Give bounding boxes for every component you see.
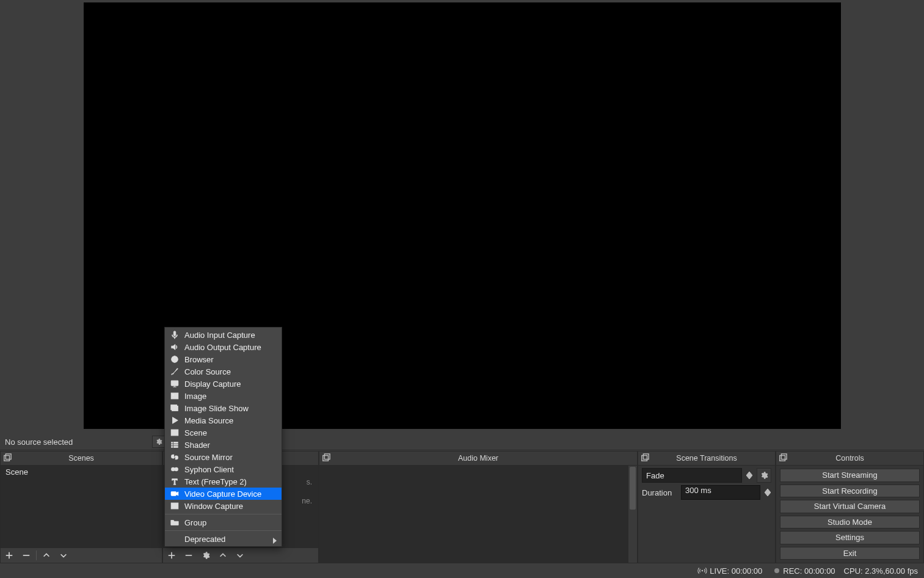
preview-area — [0, 0, 924, 429]
blank-icon — [170, 534, 180, 544]
svg-point-14 — [173, 394, 174, 395]
record-dot-icon — [774, 568, 779, 573]
scenes-footer — [1, 547, 162, 563]
menu-item-label: Audio Output Capture — [184, 343, 261, 352]
slides-icon — [170, 403, 180, 413]
duration-input[interactable]: 300 ms — [681, 485, 760, 500]
mixer-header[interactable]: Audio Mixer — [319, 452, 637, 466]
menu-item-video-capture-device[interactable]: Video Capture Device — [165, 488, 282, 500]
scenes-title: Scenes — [1, 454, 162, 463]
add-scene-button[interactable] — [1, 548, 18, 563]
menu-item-label: Scene — [184, 428, 207, 437]
menu-item-label: Syphon Client — [184, 465, 234, 474]
transition-selected: Fade — [646, 471, 664, 480]
exit-button[interactable]: Exit — [780, 547, 920, 560]
menu-item-text-freetype-2-[interactable]: Text (FreeType 2) — [165, 475, 282, 488]
scroll-thumb[interactable] — [630, 467, 636, 510]
source-toolbar: No source selected Prope — [0, 434, 924, 450]
transition-settings-button[interactable] — [757, 468, 771, 483]
add-source-button[interactable] — [163, 548, 180, 563]
menu-item-label: Color Source — [184, 367, 231, 376]
play-icon — [170, 415, 180, 425]
source-settings-button[interactable] — [197, 548, 214, 563]
status-rec: REC: 00:00:00 — [771, 566, 835, 576]
menu-item-label: Group — [184, 518, 206, 527]
menu-item-label: Media Source — [184, 416, 233, 425]
controls-header[interactable]: Controls — [776, 452, 923, 466]
menu-item-color-source[interactable]: Color Source — [165, 365, 282, 378]
window-icon — [170, 501, 180, 511]
menu-item-syphon-client[interactable]: Syphon Client — [165, 463, 282, 475]
menu-separator — [165, 514, 282, 514]
mixer-title: Audio Mixer — [319, 454, 637, 463]
gear-icon — [155, 438, 162, 445]
scenes-list[interactable]: Scene — [1, 466, 162, 547]
mixer-scrollbar[interactable] — [628, 466, 637, 563]
link-icon — [170, 452, 180, 462]
menu-item-image-slide-show[interactable]: Image Slide Show — [165, 402, 282, 414]
svg-rect-8 — [780, 456, 785, 461]
display-icon — [170, 379, 180, 389]
speaker-icon — [170, 342, 180, 352]
start-recording-button[interactable]: Start Recording — [780, 485, 920, 498]
svg-rect-18 — [172, 442, 173, 444]
separator — [36, 551, 37, 560]
controls-dock: Controls Start Streaming Start Recording… — [776, 451, 924, 563]
duration-stepper[interactable] — [764, 489, 771, 496]
menu-item-label: Browser — [184, 355, 214, 364]
transitions-header[interactable]: Scene Transitions — [638, 452, 775, 466]
sources-footer — [163, 547, 318, 563]
svg-rect-0 — [4, 456, 10, 461]
transition-select[interactable]: Fade — [642, 468, 742, 483]
remove-scene-button[interactable] — [18, 548, 35, 563]
svg-rect-1 — [5, 454, 11, 459]
menu-item-label: Deprecated — [184, 535, 225, 544]
status-live: LIVE: 00:00:00 — [697, 566, 762, 576]
status-live-text: LIVE: 00:00:00 — [710, 566, 762, 576]
menu-item-group[interactable]: Group — [165, 516, 282, 529]
camera-icon — [170, 489, 180, 499]
image-icon — [170, 391, 180, 401]
svg-rect-26 — [171, 492, 176, 496]
menu-item-window-capture[interactable]: Window Capture — [165, 500, 282, 512]
source-up-button[interactable] — [214, 548, 231, 563]
menu-item-media-source[interactable]: Media Source — [165, 414, 282, 426]
scene-down-button[interactable] — [55, 548, 72, 563]
menu-item-shader[interactable]: Shader — [165, 439, 282, 451]
svg-rect-20 — [172, 444, 173, 445]
svg-rect-21 — [173, 444, 178, 445]
menu-item-image[interactable]: Image — [165, 390, 282, 402]
scene-icon — [170, 428, 180, 437]
menu-item-audio-output-capture[interactable]: Audio Output Capture — [165, 341, 282, 353]
transition-stepper[interactable] — [746, 472, 753, 479]
popout-icon — [3, 453, 12, 462]
menu-item-audio-input-capture[interactable]: Audio Input Capture — [165, 329, 282, 341]
menu-item-label: Audio Input Capture — [184, 331, 255, 340]
settings-button[interactable]: Settings — [780, 531, 920, 544]
globe-icon — [170, 354, 180, 364]
svg-rect-5 — [324, 454, 330, 459]
start-virtual-camera-button[interactable]: Start Virtual Camera — [780, 500, 920, 513]
transitions-dock: Scene Transitions Fade Duration 300 ms — [638, 451, 776, 563]
scenes-header[interactable]: Scenes — [1, 452, 162, 466]
scene-up-button[interactable] — [38, 548, 55, 563]
menu-item-label: Source Mirror — [184, 453, 233, 462]
menu-item-scene[interactable]: Scene — [165, 426, 282, 439]
sources-empty-hint: s. ne. — [302, 478, 312, 507]
menu-item-deprecated[interactable]: Deprecated — [165, 533, 282, 545]
remove-source-button[interactable] — [180, 548, 197, 563]
menu-item-browser[interactable]: Browser — [165, 353, 282, 365]
scene-item[interactable]: Scene — [1, 466, 162, 478]
menu-item-label: Window Capture — [184, 502, 243, 511]
add-source-menu[interactable]: Audio Input CaptureAudio Output CaptureB… — [164, 327, 282, 547]
menu-item-source-mirror[interactable]: Source Mirror — [165, 451, 282, 463]
svg-point-24 — [172, 467, 175, 470]
start-streaming-button[interactable]: Start Streaming — [780, 469, 920, 482]
syphon-icon — [170, 464, 180, 474]
source-down-button[interactable] — [231, 548, 249, 563]
folder-icon — [170, 518, 180, 527]
popout-icon — [322, 453, 330, 462]
popout-icon — [779, 453, 787, 462]
studio-mode-button[interactable]: Studio Mode — [780, 516, 920, 529]
menu-item-display-capture[interactable]: Display Capture — [165, 378, 282, 390]
